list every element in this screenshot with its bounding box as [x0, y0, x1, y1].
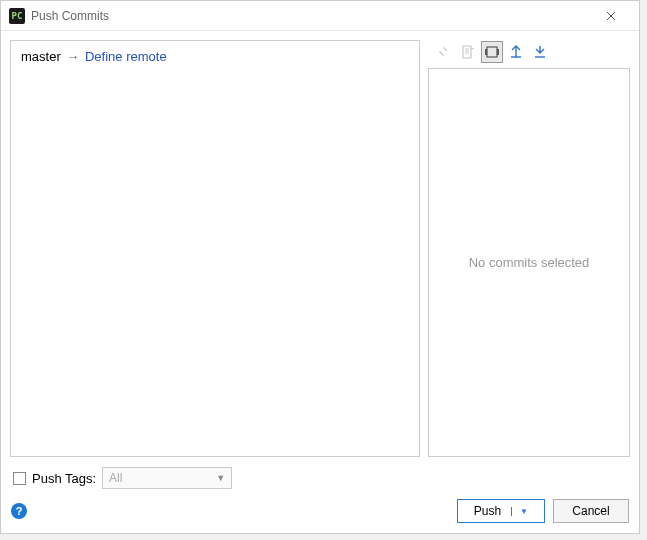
window-title: Push Commits: [31, 9, 591, 23]
help-icon: ?: [16, 505, 23, 517]
no-commits-label: No commits selected: [469, 255, 590, 270]
expand-button[interactable]: [505, 41, 527, 63]
pin-button[interactable]: [433, 41, 455, 63]
arrow-icon: →: [66, 49, 79, 64]
details-toolbar: [428, 40, 630, 64]
commit-details-panel: No commits selected: [428, 68, 630, 457]
pin-icon: [436, 44, 452, 60]
group-button[interactable]: [481, 41, 503, 63]
push-tags-checkbox[interactable]: [13, 472, 26, 485]
svg-rect-2: [497, 49, 499, 55]
push-dropdown-icon[interactable]: ▼: [511, 507, 528, 516]
edit-icon: [460, 44, 476, 60]
content-area: master → Define remote: [1, 31, 639, 457]
help-button[interactable]: ?: [11, 503, 27, 519]
edit-button[interactable]: [457, 41, 479, 63]
push-button-label: Push: [474, 504, 501, 518]
commits-tree-panel[interactable]: master → Define remote: [10, 40, 420, 457]
app-icon: PC: [9, 8, 25, 24]
collapse-button[interactable]: [529, 41, 551, 63]
push-tags-label: Push Tags:: [32, 471, 96, 486]
collapse-icon: [532, 44, 548, 60]
define-remote-link[interactable]: Define remote: [85, 49, 167, 64]
button-row: ? Push ▼ Cancel: [11, 499, 629, 523]
push-tags-select[interactable]: All ▼: [102, 467, 232, 489]
svg-rect-1: [485, 49, 487, 55]
svg-rect-0: [487, 47, 497, 57]
branch-name: master: [21, 49, 61, 64]
titlebar: PC Push Commits: [1, 1, 639, 31]
cancel-button-label: Cancel: [572, 504, 609, 518]
push-commits-dialog: PC Push Commits master → Define remote: [0, 0, 640, 534]
push-tags-selected: All: [109, 471, 122, 485]
cancel-button[interactable]: Cancel: [553, 499, 629, 523]
branch-row[interactable]: master → Define remote: [21, 49, 409, 64]
expand-icon: [508, 44, 524, 60]
details-side: No commits selected: [428, 40, 630, 457]
push-button[interactable]: Push ▼: [457, 499, 545, 523]
push-tags-row: Push Tags: All ▼: [11, 463, 629, 499]
close-button[interactable]: [591, 2, 631, 30]
close-icon: [606, 11, 616, 21]
chevron-down-icon: ▼: [216, 473, 225, 483]
group-icon: [484, 44, 500, 60]
bottom-bar: Push Tags: All ▼ ? Push ▼ Cancel: [1, 457, 639, 533]
